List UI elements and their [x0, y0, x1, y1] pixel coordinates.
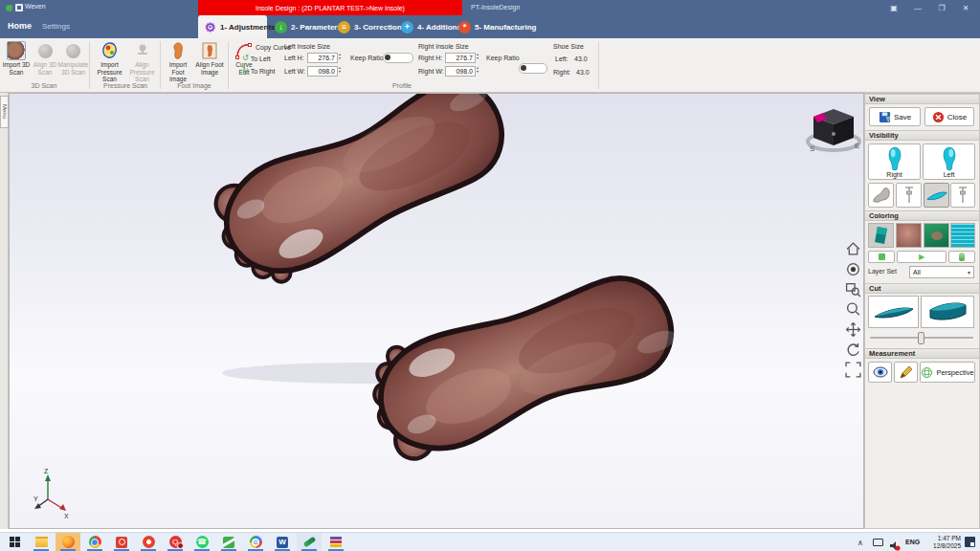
home-icon[interactable]: [845, 241, 861, 257]
expand-icon[interactable]: [845, 362, 861, 378]
menu-home[interactable]: Home: [8, 21, 32, 31]
tab-manufacturing[interactable]: * 5- Manufacturing: [453, 15, 523, 38]
left-foot-scan[interactable]: [203, 94, 523, 298]
perspective-button[interactable]: Perspective: [920, 362, 975, 383]
right-foot-scan[interactable]: [357, 252, 685, 469]
cut-block-thumb[interactable]: [921, 296, 974, 328]
taskbar-app-green[interactable]: [216, 533, 241, 551]
left-h-spinner[interactable]: ▴▾: [339, 53, 345, 60]
recycle-left-icon: ↺: [242, 55, 249, 62]
taskbar-app-red-square[interactable]: [109, 533, 134, 551]
taskbar-app-badge[interactable]: Q: [163, 533, 188, 551]
align-3d-scan-button[interactable]: Align 3D Scan: [32, 41, 58, 76]
play-button[interactable]: ▶: [897, 251, 947, 263]
left-w-spinner[interactable]: ▴▾: [339, 66, 345, 74]
section-visibility-header: Visibility: [865, 130, 979, 141]
menu-settings[interactable]: Settings: [42, 22, 70, 31]
import-foot-image-button[interactable]: Import Foot Image: [163, 41, 193, 83]
start-button[interactable]: [2, 533, 27, 551]
volume-icon[interactable]: [889, 538, 901, 551]
right-h-spinner[interactable]: ▴▾: [477, 53, 482, 60]
vertical-slider-icon: [902, 186, 916, 205]
coloring-blend-thumb[interactable]: [924, 223, 949, 248]
right-h-label: Right H:: [418, 55, 442, 61]
taskbar-winrar[interactable]: [323, 533, 348, 551]
height-slider-left-button[interactable]: [896, 183, 922, 208]
network-icon[interactable]: [873, 539, 883, 546]
import-pressure-scan-button[interactable]: Import Pressure Scan: [93, 41, 126, 83]
rotate-icon[interactable]: [845, 342, 861, 358]
group-label-pressure-scan: Pressure Scan: [93, 82, 158, 89]
visibility-right-button[interactable]: Right: [868, 143, 921, 180]
section-coloring-header: Coloring: [865, 210, 979, 221]
taskbar-app-g[interactable]: G: [243, 533, 268, 551]
color-square-button[interactable]: [868, 251, 895, 263]
taskbar-firefox[interactable]: [56, 533, 80, 551]
zoom-window-icon[interactable]: [845, 281, 861, 298]
taskbar-whatsapp[interactable]: ☎: [189, 533, 214, 551]
section-view-header: View: [865, 94, 979, 104]
left-h-label: Left H:: [284, 55, 304, 61]
to-left-button[interactable]: ↺ To Left: [242, 55, 271, 62]
height-slider-right-button[interactable]: [950, 183, 975, 208]
align-foot-image-button[interactable]: Align Foot Image: [194, 41, 225, 76]
taskbar-word[interactable]: W: [270, 533, 295, 551]
thin-insole-icon: [873, 303, 915, 320]
keep-ratio-right-toggle[interactable]: [519, 63, 547, 74]
pan-icon[interactable]: [845, 321, 861, 338]
show-last-button[interactable]: [868, 183, 894, 208]
manipulate-3d-scan-button[interactable]: Manipulate 3D Scan: [58, 41, 88, 76]
tab-parameters[interactable]: ↓ 2- Parameters: [269, 15, 330, 38]
navigation-cube[interactable]: S E: [808, 109, 859, 153]
taskbar-app-red-ring[interactable]: [136, 533, 161, 551]
measure-view-button[interactable]: [868, 362, 892, 383]
titlebar-user-label: Weven: [25, 3, 46, 10]
eye-icon[interactable]: [845, 261, 861, 277]
import-3d-scan-button[interactable]: Import 3D Scan: [2, 41, 31, 76]
layer-stack-button[interactable]: [948, 251, 975, 263]
document-title-banner: Insole Design : (2D PLANTAR TEST->New In…: [198, 0, 462, 15]
layer-set-select[interactable]: All ▾: [909, 266, 974, 278]
tab-additions[interactable]: + 4- Additions: [395, 15, 451, 38]
visibility-left-button[interactable]: Left: [923, 143, 975, 180]
coloring-solid-thumb[interactable]: [868, 223, 894, 248]
left-w-input[interactable]: 098.0: [307, 66, 338, 77]
tab-corrections[interactable]: ≡ 3- Corrections: [332, 15, 393, 38]
language-indicator[interactable]: ENG: [905, 539, 920, 545]
cut-slider-handle[interactable]: [918, 332, 924, 344]
taskbar-chrome[interactable]: [82, 533, 107, 551]
close-window-button[interactable]: ✕: [957, 3, 974, 13]
left-h-input[interactable]: 276.7: [307, 53, 338, 63]
axis-triad: Z X Y: [33, 468, 69, 519]
show-insole-button[interactable]: [924, 183, 949, 208]
tab-adjustments[interactable]: ⚙ 1- Adjustments: [198, 15, 267, 38]
minimize-button[interactable]: —: [909, 3, 926, 13]
zoom-icon[interactable]: [845, 301, 861, 318]
axis-y-label: Y: [33, 496, 38, 502]
ribbon-divider: [228, 41, 229, 89]
viewport-3d[interactable]: S E Z X Y: [9, 93, 864, 529]
to-right-button[interactable]: ↻ To Right: [242, 67, 275, 75]
maximize-button[interactable]: ❐: [933, 3, 950, 13]
align-pressure-scan-button[interactable]: Align Pressure Scan: [126, 41, 158, 83]
window-pin-icon[interactable]: ▣: [885, 3, 902, 13]
right-w-spinner[interactable]: ▴▾: [477, 66, 482, 74]
taskbar-file-explorer[interactable]: [29, 533, 54, 551]
right-h-input[interactable]: 276.7: [445, 53, 476, 63]
measure-tool-button[interactable]: [894, 362, 918, 383]
insole-right-icon: [886, 146, 903, 171]
notification-center-icon[interactable]: [965, 537, 975, 547]
tray-chevron-icon[interactable]: ∧: [858, 539, 863, 547]
taskbar-design-app[interactable]: [297, 533, 322, 551]
close-button[interactable]: Close: [924, 107, 974, 126]
clock[interactable]: 1:47 PM 12/8/2025: [923, 535, 961, 549]
save-button[interactable]: Save: [869, 107, 921, 126]
winrar-books-icon: [330, 537, 342, 547]
chrome-icon: [89, 536, 101, 548]
right-w-input[interactable]: 098.0: [445, 66, 476, 77]
cut-thin-thumb[interactable]: [868, 296, 919, 328]
coloring-mesh-thumb[interactable]: [950, 223, 975, 248]
keep-ratio-left-toggle[interactable]: [383, 53, 413, 63]
coloring-scan-texture-thumb[interactable]: [896, 223, 922, 248]
menu-flyout-tab[interactable]: Menu: [0, 96, 9, 128]
